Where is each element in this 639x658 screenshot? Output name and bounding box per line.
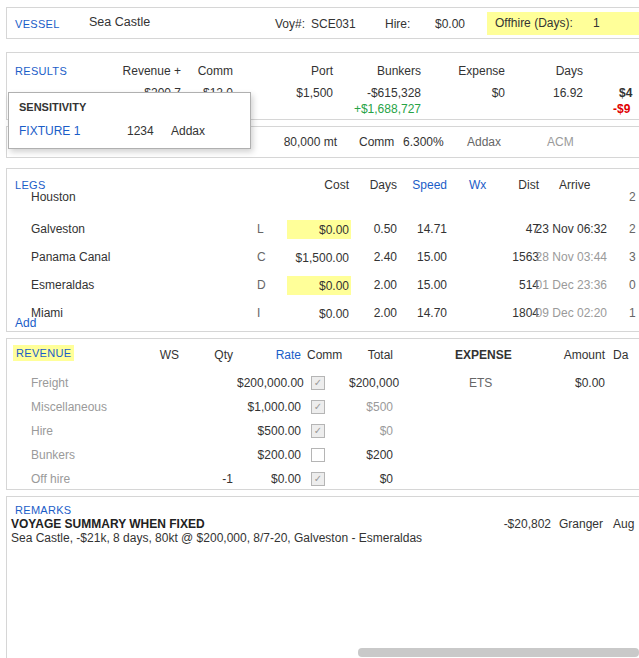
add-leg-link[interactable]: Add [15, 317, 36, 330]
results-col-days: Days [513, 65, 583, 78]
offhire-value: 1 [593, 17, 600, 30]
comm-checkbox[interactable]: ✓ [311, 424, 325, 438]
leg-days[interactable]: 2.00 [359, 307, 397, 320]
expense-item-name: ETS [469, 377, 492, 390]
revenue-qty-value[interactable]: -1 [187, 473, 233, 486]
remarks-summary-text[interactable]: Sea Castle, -$21k, 8 days, 80kt @ $200,0… [11, 532, 422, 545]
cargo-comm-value[interactable]: 6.300% [403, 136, 444, 149]
leg-speed: 15.00 [405, 251, 447, 264]
cargo-quantity[interactable]: 80,000 mt [247, 136, 337, 149]
revenue-col-ws: WS [147, 349, 179, 362]
revenue-section: REVENUE WS Qty Rate Comm Total EXPENSE A… [6, 338, 639, 490]
expense-col-amount: Amount [555, 349, 605, 362]
revenue-total-value: $0 [349, 425, 393, 438]
revenue-rate-value[interactable]: $0.00 [237, 473, 301, 486]
results-label: RESULTS [15, 65, 67, 78]
revenue-item-name: Freight [31, 377, 68, 390]
legs-col-arrive: Arrive [559, 179, 590, 192]
leg-type: L [257, 223, 264, 236]
leg-speed: 14.70 [405, 307, 447, 320]
remarks-person: Granger [559, 518, 603, 531]
comm-checkbox[interactable]: ✓ [311, 472, 325, 486]
leg-type: D [257, 279, 266, 292]
leg-cost-cell[interactable]: $0.00 [287, 304, 351, 323]
remarks-date-partial: Aug [613, 518, 634, 531]
offhire-label: Offhire (Days): [495, 17, 573, 30]
leg-type: C [257, 251, 266, 264]
results-total-negative-partial: -$9 [613, 103, 630, 116]
fixture-link[interactable]: FIXTURE 1 [19, 125, 80, 138]
revenue-rate-value[interactable]: $500.00 [237, 425, 301, 438]
legs-col-speed[interactable]: Speed [405, 179, 447, 192]
legs-section: LEGS Cost Days Speed Wx Dist Arrive Hous… [6, 168, 639, 332]
revenue-item-name: Off hire [31, 473, 70, 486]
revenue-item-name: Bunkers [31, 449, 75, 462]
legs-col-dist: Dist [495, 179, 539, 192]
revenue-label: REVENUE [13, 345, 74, 361]
results-total-partial: $4 [619, 87, 632, 100]
cargo-comm-label: Comm [359, 136, 394, 149]
revenue-rate-value[interactable]: $200,000.00 [237, 377, 301, 390]
leg-depart-partial: 1 [629, 307, 636, 320]
leg-depart-partial: 0 [629, 279, 636, 292]
leg-port-name[interactable]: Esmeraldas [31, 279, 94, 292]
results-days-value: 16.92 [513, 87, 583, 100]
comm-checkbox[interactable]: ✓ [311, 400, 325, 414]
remarks-result-value: -$20,802 [503, 518, 551, 531]
fixture-counterparty: Addax [171, 125, 205, 138]
leg-days[interactable]: 0.50 [359, 223, 397, 236]
leg-depart-partial: 2 [629, 191, 636, 204]
comm-checkbox[interactable] [311, 448, 325, 462]
revenue-col-total: Total [351, 349, 393, 362]
expense-amount-value[interactable]: $0.00 [555, 377, 605, 390]
comm-checkbox[interactable]: ✓ [311, 376, 325, 390]
voyage-number-label: Voy#: [275, 18, 305, 31]
cargo-charterer[interactable]: Addax [467, 136, 501, 149]
leg-cost-cell[interactable]: $1,500.00 [287, 248, 351, 267]
sensitivity-popup-title: SENSITIVITY [19, 101, 86, 114]
leg-depart-partial: 2 [629, 223, 636, 236]
revenue-col-qty: Qty [197, 349, 233, 362]
results-col-bunkers: Bunkers [351, 65, 421, 78]
horizontal-scrollbar-thumb[interactable] [358, 648, 639, 657]
vessel-name-field[interactable]: Sea Castle [89, 16, 150, 29]
offhire-field[interactable]: Offhire (Days): 1 [487, 12, 639, 35]
revenue-col-rate[interactable]: Rate [259, 349, 301, 362]
results-bunkers-adjusted: +$1,688,727 [331, 103, 421, 116]
leg-cost-cell[interactable]: $0.00 [287, 276, 351, 295]
leg-arrive: 09 Dec 02:20 [523, 307, 607, 320]
legs-col-cost: Cost [289, 179, 349, 192]
leg-cost-cell[interactable]: $0.00 [287, 220, 351, 239]
leg-port-name[interactable]: Panama Canal [31, 251, 110, 264]
remarks-title: VOYAGE SUMMARY WHEN FIXED [11, 518, 205, 531]
legs-col-days: Days [359, 179, 397, 192]
voyage-number-value[interactable]: SCE031 [311, 18, 356, 31]
leg-port-name[interactable]: Houston [31, 191, 76, 204]
hire-value[interactable]: $0.00 [405, 18, 465, 31]
results-col-port: Port [263, 65, 333, 78]
cargo-broker: ACM [547, 136, 574, 149]
revenue-total-value: $0 [349, 473, 393, 486]
leg-speed: 15.00 [405, 279, 447, 292]
leg-arrive: 28 Nov 03:44 [523, 251, 607, 264]
leg-arrive: 23 Nov 06:32 [523, 223, 607, 236]
revenue-total-value: $500 [349, 401, 393, 414]
revenue-rate-value[interactable]: $200.00 [237, 449, 301, 462]
revenue-col-comm: Comm [307, 349, 342, 362]
revenue-total-value: $200,000 [349, 377, 393, 390]
remarks-section: REMARKS VOYAGE SUMMARY WHEN FIXED -$20,8… [6, 496, 639, 658]
revenue-rate-value[interactable]: $1,000.00 [237, 401, 301, 414]
expense-col-partial: Da [613, 349, 628, 362]
results-expense-value: $0 [435, 87, 505, 100]
legs-col-wx[interactable]: Wx [469, 179, 486, 192]
vessel-label: VESSEL [15, 18, 60, 31]
leg-days[interactable]: 2.00 [359, 279, 397, 292]
sensitivity-popup: SENSITIVITY FIXTURE 1 1234 Addax [8, 92, 251, 149]
leg-days[interactable]: 2.40 [359, 251, 397, 264]
results-col-comm: Comm [163, 65, 233, 78]
leg-port-name[interactable]: Galveston [31, 223, 85, 236]
revenue-item-name: Miscellaneous [31, 401, 107, 414]
voyage-estimator: VESSEL Sea Castle Voy#: SCE031 Hire: $0.… [0, 0, 639, 658]
leg-speed: 14.71 [405, 223, 447, 236]
expense-label: EXPENSE [455, 349, 512, 362]
